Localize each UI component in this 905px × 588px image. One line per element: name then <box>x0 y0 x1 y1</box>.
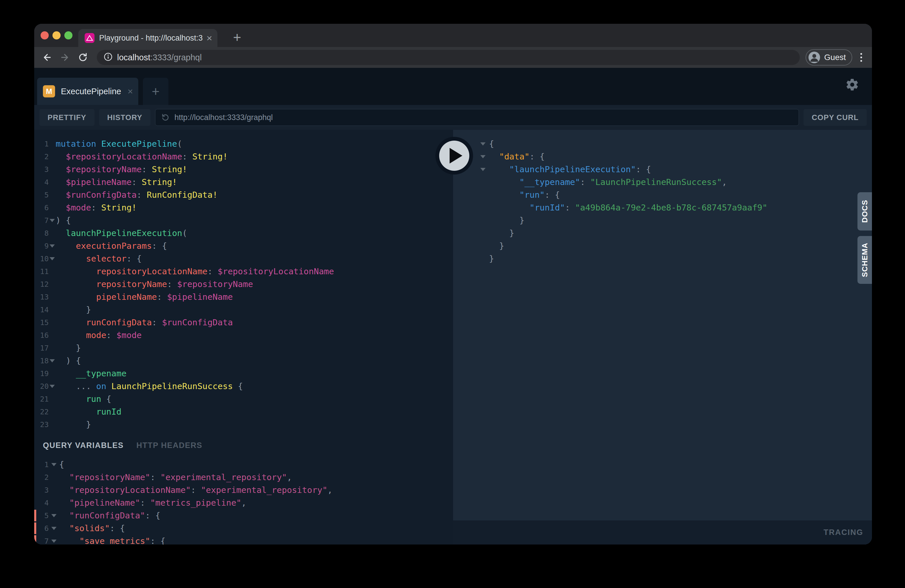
code-line: "__typename": "LaunchPipelineRunSuccess"… <box>453 176 872 189</box>
code-token: "save_metrics" <box>79 536 150 545</box>
fold-arrow-icon[interactable] <box>49 354 56 367</box>
line-number: 20 <box>34 382 49 391</box>
site-info-icon[interactable] <box>104 52 113 62</box>
back-icon[interactable] <box>41 52 53 63</box>
code-token <box>59 536 79 545</box>
code-token: "a49b864a-79e2-4be8-b78c-687457a9aaf9" <box>575 203 767 213</box>
variables-editor[interactable]: 1{2 "repositoryName": "experimental_repo… <box>34 450 453 545</box>
query-editor[interactable]: 1mutation ExecutePipeline(2 $repositoryL… <box>34 130 453 434</box>
code-line: 17 } <box>34 342 453 354</box>
code-token: { <box>489 139 494 149</box>
line-number: 21 <box>34 395 49 403</box>
line-number: 14 <box>34 305 49 314</box>
settings-gear-icon[interactable] <box>845 78 859 92</box>
code-token: : <box>157 292 167 302</box>
code-token: : <box>183 152 192 162</box>
line-number: 10 <box>34 254 49 263</box>
code-token: : { <box>530 152 545 162</box>
reload-icon[interactable] <box>77 52 89 63</box>
code-line: 19 __typename <box>34 367 453 380</box>
code-token: : { <box>545 190 560 200</box>
code-token: : <box>106 330 116 340</box>
code-token: $runConfigData <box>162 318 233 327</box>
line-number: 22 <box>34 408 49 416</box>
code-token: $runConfigData <box>66 190 137 200</box>
reconnect-icon[interactable] <box>160 112 170 122</box>
fold-arrow-icon[interactable] <box>49 252 56 265</box>
endpoint-input[interactable]: http://localhost:3333/graphql <box>155 109 799 126</box>
execute-button[interactable] <box>435 137 473 175</box>
fold-arrow-icon[interactable] <box>49 535 59 545</box>
variables-panel: QUERY VARIABLES HTTP HEADERS 1{2 "reposi… <box>34 434 453 545</box>
forward-icon[interactable] <box>59 52 71 63</box>
line-number: 2 <box>34 473 49 482</box>
line-number: 16 <box>34 331 49 340</box>
code-token: selector <box>86 254 127 264</box>
code-token <box>56 228 66 238</box>
code-token: ) { <box>56 215 71 225</box>
code-token: "experimental_repository" <box>160 472 287 482</box>
fold-arrow-icon[interactable] <box>49 214 56 227</box>
response-viewer[interactable]: { "data": { "launchPipelineExecution": {… <box>453 130 872 265</box>
fold-arrow-icon[interactable] <box>49 458 59 471</box>
code-token: $repositoryLocationName <box>218 267 334 276</box>
code-line: 16 mode: $mode <box>34 329 453 342</box>
code-token: } <box>489 241 504 251</box>
code-line: 10 selector: { <box>34 252 453 265</box>
avatar-icon <box>808 52 820 63</box>
fold-arrow-slot <box>49 189 56 201</box>
code-token: "runId" <box>530 203 565 213</box>
schema-sidetab[interactable]: SCHEMA <box>857 236 872 284</box>
code-line: "run": { <box>453 189 872 201</box>
close-window-button[interactable] <box>41 31 49 40</box>
zoom-window-button[interactable] <box>64 31 73 40</box>
code-token: : { <box>636 164 651 174</box>
code-token: $repositoryLocationName <box>66 152 183 162</box>
code-token <box>56 164 66 174</box>
code-line: } <box>453 252 872 265</box>
code-token: : { <box>145 510 160 520</box>
browser-menu-icon[interactable] <box>857 51 865 64</box>
line-number: 12 <box>34 280 49 289</box>
code-token: "runConfigData" <box>69 510 145 520</box>
minimize-window-button[interactable] <box>52 31 60 40</box>
code-token: $pipelineName <box>66 177 132 187</box>
tab-http-headers[interactable]: HTTP HEADERS <box>137 441 203 450</box>
browser-tab[interactable]: Playground - http://localhost:3 × <box>78 29 218 47</box>
new-tab-button[interactable]: + <box>228 28 246 46</box>
fold-arrow-icon[interactable] <box>49 380 56 393</box>
tab-query-variables[interactable]: QUERY VARIABLES <box>43 441 124 450</box>
history-button[interactable]: HISTORY <box>99 109 151 126</box>
copy-curl-button[interactable]: COPY CURL <box>803 109 867 126</box>
session-tab-title: ExecutePipeline <box>61 87 121 96</box>
line-number: 5 <box>34 512 49 520</box>
code-line: } <box>453 240 872 252</box>
session-tab-executepipeline[interactable]: M ExecutePipeline × <box>37 78 138 105</box>
new-session-button[interactable]: + <box>143 78 168 105</box>
code-token: , <box>241 498 246 508</box>
session-close-icon[interactable]: × <box>127 86 133 97</box>
docs-sidetab[interactable]: DOCS <box>857 192 872 230</box>
line-number: 2 <box>34 153 49 161</box>
browser-toolbar: localhost:3333/graphql Guest <box>34 47 872 68</box>
tracing-footer[interactable]: TRACING <box>453 520 872 545</box>
fold-arrow-icon[interactable] <box>49 240 56 252</box>
code-token: mode <box>86 330 106 340</box>
line-number: 23 <box>34 420 49 429</box>
code-line: 3 "repositoryLocationName": "experimenta… <box>34 484 453 496</box>
code-token <box>56 292 96 302</box>
url-bar[interactable]: localhost:3333/graphql <box>97 50 800 65</box>
code-token: } <box>489 254 494 264</box>
fold-arrow-icon[interactable] <box>49 509 59 522</box>
code-token: "run" <box>519 190 545 200</box>
code-token <box>489 190 519 200</box>
code-token: : <box>191 485 201 495</box>
profile-button[interactable]: Guest <box>806 49 852 65</box>
prettify-button[interactable]: PRETTIFY <box>40 109 95 126</box>
code-line: } <box>453 214 872 227</box>
code-line: "data": { <box>453 150 872 163</box>
tab-close-icon[interactable]: × <box>206 33 212 43</box>
profile-label: Guest <box>824 53 846 62</box>
query-pane: 1mutation ExecutePipeline(2 $repositoryL… <box>34 130 453 545</box>
fold-arrow-icon[interactable] <box>49 522 59 535</box>
